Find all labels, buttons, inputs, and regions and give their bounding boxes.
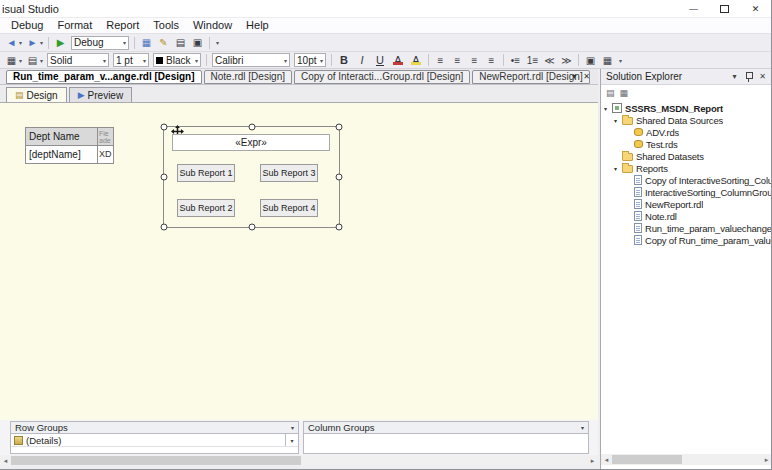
increase-indent-button[interactable]: ≫ [558, 52, 575, 68]
expression-textbox[interactable]: «Expr» [172, 134, 330, 151]
solution-configuration-combo[interactable]: Debug ▾ [71, 36, 129, 50]
menu-item-help[interactable]: Help [239, 18, 276, 33]
decrease-indent-button[interactable]: ≪ [541, 52, 558, 68]
group-dropdown-button[interactable]: ▾ [285, 434, 298, 446]
tree-item-newreport[interactable]: NewReport.rdl [601, 198, 772, 210]
tree-item-interactivesorting[interactable]: InteractiveSorting_ColumnGroup. [601, 186, 772, 198]
tablix-header-cell[interactable]: Dept Name [26, 128, 98, 146]
align-justify-button[interactable]: ≡ [483, 52, 500, 68]
align-left-button[interactable]: ≡ [432, 52, 449, 68]
toolbar-options-button[interactable]: ▾ [213, 35, 221, 51]
menu-item-tools[interactable]: Tools [146, 18, 186, 33]
edit-script-button[interactable]: ✎ [155, 35, 172, 51]
tree-item-adv-rds[interactable]: ADV.rds [601, 126, 772, 138]
subreport-1[interactable]: Sub Report 1 [177, 164, 235, 182]
scrollbar-thumb[interactable] [612, 455, 682, 464]
design-horizontal-scrollbar[interactable]: ◂ ▸ [0, 455, 598, 466]
selected-rectangle[interactable]: «Expr» Sub Report 1 Sub Report 3 Sub Rep… [163, 126, 340, 228]
border-width-combo[interactable]: 1 pt ▾ [113, 53, 149, 67]
expander-icon[interactable]: ▾ [614, 117, 622, 124]
scroll-right-arrow[interactable]: ▸ [761, 454, 772, 465]
border-style-combo[interactable]: Solid ▾ [47, 53, 109, 67]
scroll-left-arrow[interactable]: ◂ [601, 454, 612, 465]
tablix-clipped-data-cell[interactable]: XD [98, 146, 114, 164]
font-color-button[interactable]: A [389, 52, 407, 68]
tab-preview[interactable]: ▶ Preview [69, 87, 133, 102]
view-designer-button[interactable]: ▣ [189, 35, 206, 51]
underline-button[interactable]: U [371, 52, 389, 68]
pin-icon[interactable] [744, 72, 753, 82]
tree-item-project[interactable]: ▾ SSSRS_MSDN_Report [601, 102, 772, 114]
border-color-combo[interactable]: Black ▾ [153, 53, 201, 67]
scrollbar-thumb[interactable] [11, 456, 301, 465]
menu-item-debug[interactable]: Debug [4, 18, 50, 33]
align-right-button[interactable]: ≡ [466, 52, 483, 68]
toolbar-options-button[interactable]: ▾ [616, 52, 624, 68]
window-position-dropdown[interactable]: ▾ [728, 72, 741, 81]
menu-item-window[interactable]: Window [186, 18, 239, 33]
show-all-files-icon[interactable]: ▦ [620, 88, 629, 98]
italic-button[interactable]: I [353, 52, 371, 68]
close-button[interactable]: ✕ [740, 0, 771, 17]
numbering-button[interactable]: 1≡ [524, 52, 541, 68]
selection-handle[interactable] [336, 174, 343, 181]
font-size-combo[interactable]: 10pt ▾ [294, 53, 326, 67]
menu-item-format[interactable]: Format [50, 18, 99, 33]
subreport-2[interactable]: Sub Report 2 [177, 199, 235, 217]
chevron-down-icon[interactable]: ▾ [291, 424, 294, 431]
view-code-button[interactable]: ▤ [172, 35, 189, 51]
layout-button[interactable]: ▣ [582, 52, 599, 68]
navigate-forward-button[interactable]: ► ▾ [24, 35, 45, 51]
subreport-3[interactable]: Sub Report 3 [260, 164, 318, 182]
tab-list-dropdown[interactable]: ▾ [572, 72, 576, 81]
minimize-button[interactable]: — [678, 0, 709, 17]
selection-handle[interactable] [248, 124, 255, 131]
column-groups-header[interactable]: Column Groups ▾ [303, 421, 589, 434]
tab-design[interactable]: ▤ Design [6, 87, 67, 102]
selection-handle[interactable] [248, 224, 255, 231]
row-group-item-details[interactable]: (Details) ▾ [11, 434, 298, 447]
borders-button[interactable]: ▦ ▾ [3, 52, 24, 68]
close-panel-button[interactable]: ✕ [756, 72, 769, 81]
selection-handle[interactable] [161, 224, 168, 231]
tree-item-run-time-param[interactable]: Run_time_param_valuechange.rdl [601, 222, 772, 234]
bold-button[interactable]: B [335, 52, 353, 68]
selection-handle[interactable] [336, 224, 343, 231]
snap-to-grid-button[interactable]: ▦ [599, 52, 616, 68]
font-name-combo[interactable]: Calibri ▾ [212, 53, 290, 67]
chevron-down-icon[interactable]: ▾ [581, 424, 584, 431]
tree-item-note[interactable]: Note.rdl [601, 210, 772, 222]
highlight-color-button[interactable]: A [407, 52, 425, 68]
navigate-backward-button[interactable]: ◄ ▾ [3, 35, 24, 51]
selection-handle[interactable] [161, 174, 168, 181]
selection-handle[interactable] [161, 124, 168, 131]
tab-note[interactable]: Note.rdl [Design] [204, 70, 292, 84]
tree-item-copy-run-time-param[interactable]: Copy of Run_time_param_valuecha [601, 234, 772, 246]
close-document-button[interactable]: ✕ [583, 72, 590, 81]
tablix-data-cell[interactable]: [deptName] [26, 146, 98, 164]
report-design-canvas[interactable]: Dept Name Fie ade [deptName] XD «Expr [0, 103, 598, 420]
explorer-horizontal-scrollbar[interactable]: ◂ ▸ [601, 454, 772, 465]
tree-item-shared-data-sources[interactable]: ▾ Shared Data Sources [601, 114, 772, 126]
tablix-clipped-header-cell[interactable]: Fie ade [98, 128, 114, 146]
expander-icon[interactable]: ▾ [604, 105, 612, 112]
subreport-4[interactable]: Sub Report 4 [260, 199, 318, 217]
tree-item-shared-datasets[interactable]: Shared Datasets [601, 150, 772, 162]
tree-item-copy-interactivesorting[interactable]: Copy of InteractiveSorting_Column [601, 174, 772, 186]
bullets-button[interactable]: •≡ [507, 52, 524, 68]
fill-color-button[interactable]: ▤ ▾ [24, 52, 45, 68]
expander-icon[interactable]: ▾ [614, 165, 622, 172]
scroll-right-arrow[interactable]: ▸ [587, 455, 598, 466]
tab-copy-of-interactivesorting[interactable]: Copy of Interacti...Group.rdl [Design] [294, 70, 470, 84]
start-debug-button[interactable]: ▶ [52, 35, 69, 51]
properties-icon[interactable]: ▤ [606, 88, 615, 98]
scrollbar-track[interactable] [612, 454, 761, 465]
menu-item-report[interactable]: Report [99, 18, 146, 33]
scroll-left-arrow[interactable]: ◂ [0, 455, 11, 466]
selection-handle[interactable] [336, 124, 343, 131]
maximize-button[interactable] [709, 0, 740, 17]
tab-run-time-param-valuechange[interactable]: Run_time_param_v...ange.rdl [Design] [6, 70, 202, 84]
tree-item-reports[interactable]: ▾ Reports [601, 162, 772, 174]
align-center-button[interactable]: ≡ [449, 52, 466, 68]
tree-item-test-rds[interactable]: Test.rds [601, 138, 772, 150]
